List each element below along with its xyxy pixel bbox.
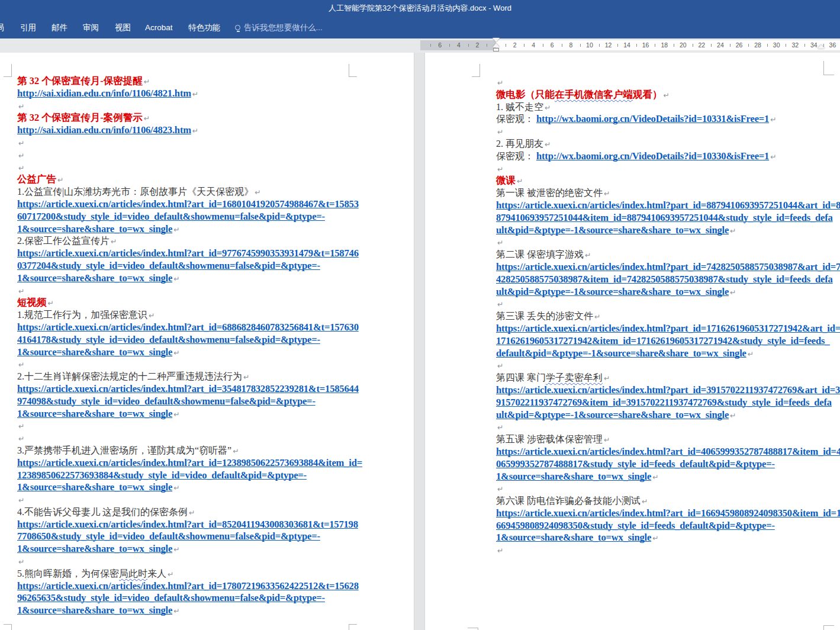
- paragraph-mark: ↵: [243, 372, 249, 381]
- doc-line: 1&source=share&share_to=wx_single↵: [17, 272, 358, 285]
- paragraph-mark: ↵: [168, 570, 173, 578]
- hyperlink[interactable]: 1&source=share&share_to=wx_single: [17, 543, 172, 554]
- hyperlink[interactable]: https://article.xuexi.cn/articles/index.…: [496, 446, 840, 457]
- paragraph-mark: ↵: [652, 472, 658, 481]
- ruler-tick: [674, 44, 674, 47]
- ruler-tick: [636, 44, 637, 47]
- hyperlink[interactable]: 60717200&study_style_id=video_default&sh…: [17, 211, 325, 222]
- tab-1[interactable]: 引用: [20, 17, 36, 38]
- page-2-text: ↵微电影（只能在手机微信客户端观看）↵1. 贼不走空↵保密观： http://w…: [496, 76, 836, 557]
- hyperlink[interactable]: https://article.xuexi.cn/articles/index.…: [17, 322, 359, 333]
- doc-line: 微电影（只能在手机微信客户端观看）↵: [496, 89, 836, 101]
- paragraph-mark: ↵: [18, 496, 24, 504]
- doc-line: 2. 再见朋友↵: [496, 138, 836, 150]
- doc-line: 7708650&study_style_id=video_default&sho…: [17, 531, 358, 543]
- ruler-number: 24: [717, 41, 724, 49]
- doc-line: 第 32 个保密宣传月-案例警示↵: [17, 112, 358, 124]
- hyperlink[interactable]: https://article.xuexi.cn/articles/index.…: [17, 457, 362, 468]
- doc-line: 2.保密工作公益宣传片↵: [17, 235, 358, 247]
- doc-line: ↵: [17, 137, 358, 149]
- hyperlink[interactable]: https://article.xuexi.cn/articles/index.…: [496, 200, 840, 211]
- hyperlink[interactable]: 879410693957251044&item_id=8879410693957…: [496, 212, 833, 223]
- hyperlink[interactable]: 065999352787488817&study_style_id=feeds_…: [496, 458, 775, 470]
- tab-6[interactable]: 特色功能: [188, 17, 220, 38]
- hyperlink[interactable]: 12389850622573693884&study_style_id=vide…: [17, 470, 307, 481]
- doc-line: 1&source=share&share_to=wx_single↵: [496, 532, 836, 544]
- doc-line: 0377204&study_style_id=video_default&sho…: [17, 260, 358, 272]
- body-text: 3.严禁携带手机进入泄密场所，谨防其成为“窃听器”: [17, 445, 231, 455]
- hyperlink[interactable]: https://article.xuexi.cn/articles/index.…: [496, 261, 840, 272]
- hyperlink[interactable]: 0377204&study_style_id=video_default&sho…: [17, 260, 320, 271]
- hyperlink[interactable]: 4164178&study_style_id=video_default&sho…: [17, 334, 320, 345]
- doc-line: ↵: [496, 126, 836, 138]
- doc-line: 4164178&study_style_id=video_default&sho…: [17, 334, 358, 346]
- paragraph-mark: ↵: [57, 175, 63, 184]
- hyperlink[interactable]: 1&source=share&share_to=wx_single: [496, 532, 651, 543]
- hyperlink[interactable]: 1&source=share&share_to=wx_single: [17, 605, 172, 616]
- hyperlink[interactable]: http://sai.xidian.edu.cn/info/1106/4821.…: [17, 88, 191, 99]
- doc-line: https://article.xuexi.cn/articles/index.…: [17, 519, 358, 531]
- hyperlink[interactable]: https://article.xuexi.cn/articles/index.…: [496, 384, 840, 396]
- heading-text: 微课: [496, 175, 516, 186]
- ruler-number: 34: [810, 41, 818, 49]
- doc-line: 669459808924098350&study_style_id=feeds_…: [496, 520, 836, 532]
- tab-2[interactable]: 邮件: [52, 17, 67, 38]
- hyperlink[interactable]: default&pid=&ptype=-1&source=share&share…: [496, 348, 746, 359]
- hyperlink[interactable]: 96265635&study_style_id=video_default&sh…: [17, 592, 325, 603]
- doc-line: 1.公益宣传|山东潍坊寿光市：原创故事片《天天保密观》↵: [17, 186, 358, 198]
- doc-line: http://sai.xidian.edu.cn/info/1106/4823.…: [17, 124, 358, 137]
- hyperlink[interactable]: http://wx.baomi.org.cn/VideoDetails?id=1…: [536, 150, 769, 162]
- hyperlink[interactable]: ult&pid=&ptype=-1&source=share&share_to=…: [496, 409, 729, 420]
- paragraph-mark: ↵: [144, 77, 150, 86]
- paragraph-mark: ↵: [497, 127, 503, 136]
- hyperlink[interactable]: 1&source=share&share_to=wx_single: [17, 223, 172, 234]
- hyperlink[interactable]: https://article.xuexi.cn/articles/index.…: [496, 323, 840, 334]
- doc-line: 保密观： http://wx.baomi.org.cn/VideoDetails…: [496, 113, 836, 126]
- tab-3[interactable]: 审阅: [83, 17, 99, 38]
- tell-me-box[interactable]: 告诉我您想要做什么...: [235, 17, 323, 38]
- hyperlink[interactable]: https://article.xuexi.cn/articles/index.…: [17, 580, 359, 592]
- hyperlink[interactable]: 915702211937472769&item_id=3915702211937…: [496, 397, 832, 408]
- hyperlink[interactable]: 17162619605317271942&item_id=17162619605…: [496, 335, 829, 346]
- hyperlink[interactable]: 1&source=share&share_to=wx_single: [17, 481, 172, 493]
- ruler-tick: [655, 44, 655, 47]
- tab-4[interactable]: 视图: [115, 17, 131, 38]
- doc-line: 4.不能告诉父母妻儿 这是我们的保密条例↵: [17, 506, 358, 519]
- hyperlink[interactable]: https://article.xuexi.cn/articles/index.…: [17, 247, 359, 259]
- paragraph-mark: ↵: [18, 360, 24, 369]
- paragraph-mark: ↵: [173, 410, 179, 419]
- doc-line: 428250588575038987&item_id=7428250588575…: [496, 274, 836, 286]
- hyperlink[interactable]: 1&source=share&share_to=wx_single: [496, 471, 651, 482]
- hyperlink[interactable]: https://article.xuexi.cn/articles/index.…: [17, 383, 359, 394]
- hyperlink[interactable]: 1&source=share&share_to=wx_single: [17, 346, 172, 358]
- hyperlink[interactable]: 1&source=share&share_to=wx_single: [17, 408, 172, 419]
- tab-layout-partial[interactable]: 局: [0, 17, 4, 38]
- hyperlink[interactable]: 1&source=share&share_to=wx_single: [17, 272, 172, 284]
- body-text: 第三课 丢失的涉密文件: [496, 311, 593, 321]
- doc-line: ↵: [496, 163, 836, 175]
- doc-line: https://article.xuexi.cn/articles/index.…: [496, 261, 836, 274]
- tab-5[interactable]: Acrobat: [145, 17, 173, 38]
- hyperlink[interactable]: 669459808924098350&study_style_id=feeds_…: [496, 520, 775, 531]
- doc-line: 2.十二生肖详解保密法规定的十二种严重违规违法行为↵: [17, 371, 358, 383]
- doc-line: ↵: [496, 236, 836, 249]
- hyperlink[interactable]: 428250588575038987&item_id=7428250588575…: [496, 274, 833, 285]
- paragraph-mark: ↵: [545, 140, 551, 149]
- hyperlink[interactable]: 7708650&study_style_id=video_default&sho…: [17, 531, 320, 542]
- hyperlink[interactable]: ult&pid=&ptype=-1&source=share&share_to=…: [496, 286, 729, 297]
- hyperlink[interactable]: https://article.xuexi.cn/articles/index.…: [17, 198, 359, 210]
- hyperlink[interactable]: http://sai.xidian.edu.cn/info/1106/4823.…: [17, 124, 191, 136]
- crop-mark: [823, 61, 834, 75]
- hyperlink[interactable]: ult&pid=&ptype=-1&source=share&share_to=…: [496, 224, 729, 236]
- body-text: 4.不能告诉父母妻儿 这是我们的保密条例: [17, 507, 188, 517]
- doc-line: 12389850622573693884&study_style_id=vide…: [17, 470, 358, 482]
- doc-line: https://article.xuexi.cn/articles/index.…: [496, 323, 836, 335]
- heading-text: 公益广告: [17, 173, 56, 185]
- hyperlink[interactable]: http://wx.baomi.org.cn/VideoDetails?id=1…: [536, 113, 769, 124]
- hyperlink[interactable]: https://article.xuexi.cn/articles/index.…: [17, 519, 358, 530]
- doc-line: 微课↵: [496, 175, 836, 187]
- ruler-number: 14: [623, 41, 630, 49]
- hyperlink[interactable]: https://article.xuexi.cn/articles/index.…: [496, 507, 840, 519]
- paragraph-mark: ↵: [144, 114, 150, 123]
- hyperlink[interactable]: 974098&study_style_id=video_default&show…: [17, 396, 316, 407]
